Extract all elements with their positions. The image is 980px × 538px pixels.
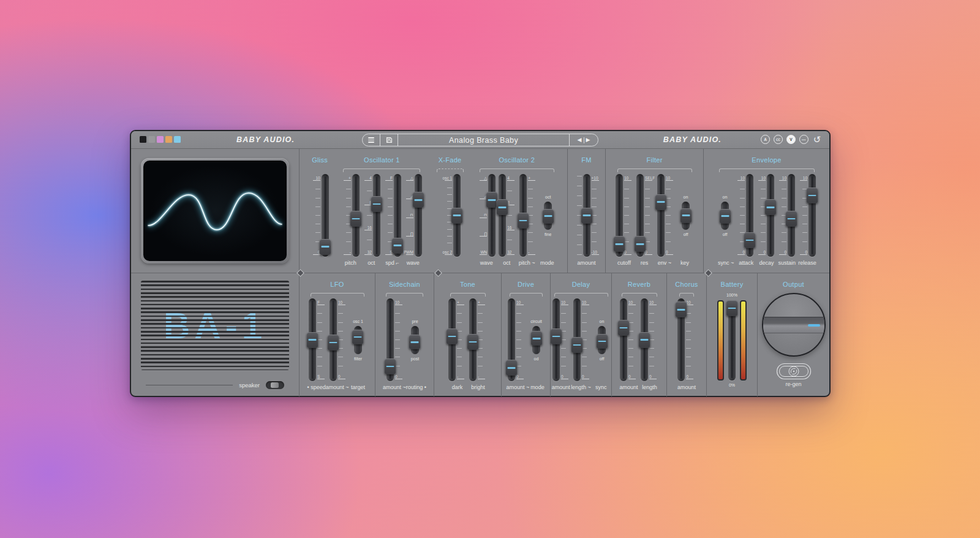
- osc1-oct-handle[interactable]: [371, 196, 382, 212]
- osc1-pitch-rail[interactable]: [352, 174, 360, 257]
- lfo-amount-rail[interactable]: [330, 298, 337, 381]
- xfade-handle[interactable]: [451, 208, 463, 224]
- osc1-wave-rail[interactable]: [415, 174, 422, 257]
- osc2-pitch-rail[interactable]: [519, 174, 527, 257]
- gliss-handle[interactable]: [319, 239, 331, 255]
- a-badge-icon[interactable]: A: [761, 135, 770, 144]
- drive-amount-slider[interactable]: 100: [507, 298, 527, 381]
- reverb-length-handle[interactable]: [639, 332, 650, 348]
- env-decay-slider[interactable]: 100: [755, 174, 776, 257]
- lfo-speed-handle[interactable]: [307, 332, 318, 348]
- reverb-length-slider[interactable]: 100: [639, 298, 660, 381]
- osc1-wave-slider[interactable]: △⊿⊓∏PWM: [402, 174, 423, 257]
- osc2-oct-handle[interactable]: [497, 199, 508, 215]
- prev-preset-button[interactable]: ◀: [578, 137, 582, 143]
- lfo-amount-slider[interactable]: 100: [328, 298, 349, 381]
- osc2-oct-rail[interactable]: [499, 174, 506, 257]
- osc1-spd-slider[interactable]: FS: [382, 174, 402, 257]
- fm-amount-slider[interactable]: +10-10: [571, 174, 603, 257]
- swatch-pink[interactable]: [157, 136, 164, 143]
- drive-amount-handle[interactable]: [506, 360, 518, 376]
- cc-badge-icon[interactable]: CC: [774, 135, 783, 144]
- sidechain-amount-handle[interactable]: [384, 358, 396, 374]
- env-decay-handle[interactable]: [765, 199, 777, 215]
- sidechain-routing-toggle[interactable]: prepost: [405, 298, 424, 381]
- preset-name[interactable]: Analog Brass Baby: [398, 134, 569, 146]
- filter-res-rail[interactable]: [636, 174, 644, 257]
- delay-amount-rail[interactable]: [552, 298, 560, 381]
- env-sync-handle[interactable]: [719, 209, 731, 224]
- filter-res-handle[interactable]: [635, 236, 646, 252]
- osc2-wave-slider[interactable]: △⊿⊓∏WN: [477, 174, 497, 257]
- osc2-mode-toggle[interactable]: octfine: [539, 174, 557, 257]
- delay-length-rail[interactable]: [573, 298, 581, 381]
- chorus-amount-slider[interactable]: 100: [676, 298, 697, 381]
- swatch-blue[interactable]: [174, 136, 181, 143]
- osc1-spd-rail[interactable]: [394, 174, 401, 257]
- reset-undo-icon[interactable]: ↺: [812, 135, 822, 144]
- battery-slider[interactable]: [728, 300, 736, 381]
- env-sync-toggle[interactable]: onoff: [716, 174, 734, 257]
- env-attack-slider[interactable]: 100: [734, 174, 755, 257]
- osc2-mode-rail[interactable]: [544, 202, 552, 230]
- reverb-amount-rail[interactable]: [620, 298, 627, 381]
- speaker-switch[interactable]: [266, 381, 284, 389]
- swatch-gray[interactable]: [148, 136, 155, 143]
- drive-amount-rail[interactable]: [508, 298, 515, 381]
- regen-battery-icon[interactable]: [776, 363, 812, 380]
- env-sustain-handle[interactable]: [786, 211, 797, 227]
- chorus-amount-handle[interactable]: [676, 301, 687, 317]
- sidechain-routing-rail[interactable]: [411, 326, 419, 354]
- xfade-rail[interactable]: [453, 174, 461, 257]
- filter-cutoff-rail[interactable]: [616, 174, 623, 257]
- delay-length-slider[interactable]: 100: [572, 298, 593, 381]
- filter-cutoff-slider[interactable]: 100: [614, 174, 635, 257]
- env-sustain-rail[interactable]: [788, 174, 795, 257]
- drive-mode-handle[interactable]: [530, 331, 542, 346]
- filter-env-slider[interactable]: 100: [656, 174, 677, 257]
- output-knob[interactable]: [762, 293, 826, 357]
- osc1-wave-handle[interactable]: [412, 192, 424, 208]
- xfade-slider[interactable]: osc 1osc 2: [434, 174, 467, 257]
- env-sustain-slider[interactable]: 100: [776, 174, 797, 257]
- more-dots-icon[interactable]: •••: [799, 135, 809, 144]
- gliss-slider[interactable]: 100: [309, 174, 330, 257]
- lfo-amount-handle[interactable]: [328, 335, 339, 350]
- osc1-oct-slider[interactable]: 481632: [361, 174, 382, 257]
- tone-dark-handle[interactable]: [447, 328, 458, 344]
- delay-sync-toggle[interactable]: onoff: [593, 298, 611, 381]
- filter-env-rail[interactable]: [657, 174, 665, 257]
- filter-cutoff-handle[interactable]: [614, 236, 625, 252]
- sidechain-amount-slider[interactable]: 100: [385, 298, 405, 381]
- osc2-pitch-handle[interactable]: [518, 213, 529, 229]
- delay-length-handle[interactable]: [571, 337, 583, 353]
- filter-env-handle[interactable]: [655, 194, 667, 210]
- env-release-slider[interactable]: 100: [797, 174, 818, 257]
- osc1-pitch-handle[interactable]: [350, 211, 361, 227]
- delay-sync-rail[interactable]: [598, 326, 606, 354]
- chorus-amount-rail[interactable]: [677, 298, 685, 381]
- lfo-target-handle[interactable]: [352, 330, 364, 344]
- filter-key-toggle[interactable]: onoff: [677, 174, 695, 257]
- env-attack-handle[interactable]: [744, 232, 756, 248]
- gliss-rail[interactable]: [322, 174, 329, 257]
- osc1-spd-handle[interactable]: [391, 238, 403, 254]
- v-badge-icon[interactable]: V: [786, 135, 796, 144]
- lfo-target-rail[interactable]: [354, 326, 362, 354]
- reverb-amount-handle[interactable]: [618, 320, 630, 336]
- osc2-wave-rail[interactable]: [488, 174, 496, 257]
- lfo-speed-rail[interactable]: [309, 298, 316, 381]
- tone-bright-slider[interactable]: +-: [468, 298, 489, 381]
- env-attack-rail[interactable]: [746, 174, 753, 257]
- osc1-pitch-slider[interactable]: +-: [340, 174, 361, 257]
- save-button[interactable]: [380, 134, 398, 146]
- lfo-speed-slider[interactable]: FS: [307, 298, 328, 381]
- osc1-oct-rail[interactable]: [373, 174, 380, 257]
- fm-amount-handle[interactable]: [581, 208, 592, 224]
- delay-amount-slider[interactable]: 100: [551, 298, 572, 381]
- battery-handle[interactable]: [726, 300, 738, 316]
- env-release-rail[interactable]: [809, 174, 816, 257]
- reverb-amount-slider[interactable]: 100: [619, 298, 639, 381]
- tone-bright-rail[interactable]: [469, 298, 477, 381]
- filter-key-rail[interactable]: [682, 202, 690, 230]
